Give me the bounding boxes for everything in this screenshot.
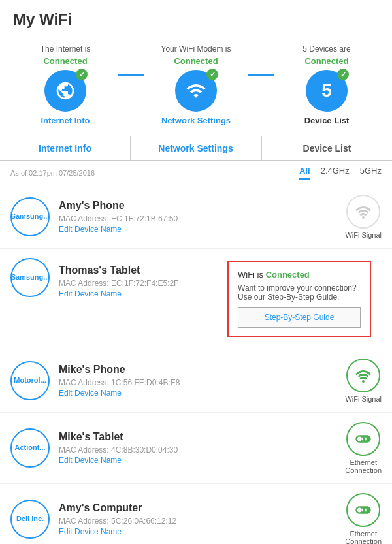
internet-value: Connected	[43, 56, 87, 66]
filter-bar: As of 02:17pm 07/25/2016 All 2.4GHz 5GHz	[0, 161, 392, 185]
filter-2ghz[interactable]: 2.4GHz	[321, 166, 350, 180]
wifi-signal-label: WiFi Signal	[345, 395, 382, 403]
filter-tabs: All 2.4GHz 5GHz	[299, 166, 382, 180]
device-row: Samsung... Amy's Phone MAC Address: EC:1…	[0, 185, 392, 249]
avatar: Samsung...	[10, 258, 50, 297]
device-mac: MAC Address: 1C:56:FE:D0:4B:E8	[59, 378, 338, 387]
edit-device-name[interactable]: Edit Device Name	[59, 389, 338, 398]
device-list: Samsung... Amy's Phone MAC Address: EC:1…	[0, 185, 392, 544]
wifi-signal-circle	[346, 195, 380, 229]
avatar: Samsung...	[10, 197, 50, 236]
device-row: Dell Inc. Amy's Computer MAC Address: 5C…	[0, 484, 392, 544]
device-name: Amy's Phone	[59, 200, 338, 212]
avatar: Dell Inc.	[10, 500, 50, 539]
device-info: Mike's Phone MAC Address: 1C:56:FE:D0:4B…	[59, 364, 338, 398]
internet-check: ✓	[76, 69, 88, 80]
device-mac: MAC Address: EC:1F:72:1B:67:50	[59, 214, 338, 223]
wifi-status[interactable]: Your WiFi Modem is Connected ✓ Network S…	[144, 44, 248, 125]
page-title: My WiFi	[0, 0, 392, 34]
wifi-signal-label: WiFi Signal	[345, 231, 382, 239]
device-name: Amy's Computer	[59, 502, 338, 514]
modem-icon: ✓	[175, 70, 217, 112]
device-mac: MAC Address: 5C:26:0A:66:12:12	[59, 517, 338, 526]
device-mac: MAC Address: 4C:8B:30:D0:04:30	[59, 445, 338, 455]
tab-internet-info[interactable]: Internet Info	[0, 136, 131, 160]
internet-status[interactable]: The Internet is Connected ✓ Internet Inf…	[13, 44, 118, 125]
device-row: Actiont... Mike's Tablet MAC Address: 4C…	[0, 413, 392, 484]
device-row: Motorol... Mike's Phone MAC Address: 1C:…	[0, 349, 392, 413]
devices-check: ✓	[337, 69, 349, 80]
filter-all[interactable]: All	[299, 166, 310, 180]
edit-device-name[interactable]: Edit Device Name	[59, 456, 338, 465]
improve-text: Want to improve your connection? Use our…	[238, 283, 361, 302]
tab-network-settings[interactable]: Network Settings	[131, 136, 261, 160]
edit-device-name[interactable]: Edit Device Name	[59, 225, 338, 234]
connector-1	[118, 74, 144, 76]
internet-tab-label[interactable]: Internet Info	[41, 116, 90, 125]
device-info: Amy's Phone MAC Address: EC:1F:72:1B:67:…	[59, 200, 338, 234]
wifi-signal-circle-active	[346, 359, 380, 392]
device-connection-icon: Ethernet Connection	[345, 493, 382, 544]
ethernet-label: Ethernet Connection	[345, 458, 382, 474]
connector-2	[248, 74, 274, 76]
wifi-status-value: Connected	[266, 270, 310, 280]
wifi-value: Connected	[174, 56, 218, 66]
devices-value: Connected	[304, 56, 348, 66]
ethernet-circle	[346, 422, 380, 456]
filter-5ghz[interactable]: 5GHz	[360, 166, 382, 180]
modem-check: ✓	[206, 69, 218, 80]
ethernet-icon	[354, 430, 372, 448]
tab-bar: Internet Info Network Settings Device Li…	[0, 136, 392, 161]
device-connection-icon: Ethernet Connection	[345, 422, 382, 474]
device-name: Mike's Phone	[59, 364, 338, 376]
wifi-icon	[354, 204, 372, 219]
device-connection-icon: WiFi Signal	[345, 359, 382, 403]
tab-device-list[interactable]: Device List	[261, 136, 392, 160]
router-icon	[186, 80, 206, 101]
internet-icon: ✓	[44, 70, 86, 112]
device-connection-icon: WiFi Signal	[345, 195, 382, 239]
device-info: Thomas's Tablet MAC Address: EC:1F:72:F4…	[59, 264, 227, 298]
wifi-tab-label[interactable]: Network Settings	[161, 116, 231, 125]
device-name: Mike's Tablet	[59, 431, 338, 443]
device-row: Samsung... Thomas's Tablet MAC Address: …	[0, 249, 392, 349]
devices-label: 5 Devices are	[302, 44, 350, 54]
devices-status[interactable]: 5 Devices are Connected ✓ 5 Device List	[274, 44, 379, 125]
device-mac: MAC Address: EC:1F:72:F4:E5:2F	[59, 279, 227, 288]
wifi-label: Your WiFi Modem is	[161, 44, 231, 54]
wifi-connected-popup: WiFi is Connected Want to improve your c…	[227, 261, 371, 337]
ethernet-label: Ethernet Connection	[345, 530, 382, 544]
step-by-step-guide-button[interactable]: Step-By-Step Guide	[238, 307, 361, 328]
device-count: 5	[321, 80, 332, 101]
device-info: Mike's Tablet MAC Address: 4C:8B:30:D0:0…	[59, 431, 338, 465]
ethernet-icon	[354, 501, 372, 519]
timestamp: As of 02:17pm 07/25/2016	[10, 169, 95, 177]
devices-tab-label[interactable]: Device List	[304, 116, 350, 125]
wifi-connected-status: WiFi is Connected	[238, 270, 361, 280]
internet-label: The Internet is	[41, 44, 91, 54]
edit-device-name[interactable]: Edit Device Name	[59, 289, 227, 298]
wifi-icon	[354, 368, 372, 383]
wifi-status-label: WiFi is	[238, 270, 263, 280]
status-bar: The Internet is Connected ✓ Internet Inf…	[0, 34, 392, 136]
ethernet-circle	[346, 493, 380, 527]
avatar: Motorol...	[10, 361, 50, 400]
edit-device-name[interactable]: Edit Device Name	[59, 527, 338, 536]
avatar: Actiont...	[10, 428, 50, 468]
globe-icon	[55, 80, 76, 101]
device-name: Thomas's Tablet	[59, 264, 227, 276]
device-info: Amy's Computer MAC Address: 5C:26:0A:66:…	[59, 502, 338, 536]
devices-icon: ✓ 5	[306, 70, 348, 112]
